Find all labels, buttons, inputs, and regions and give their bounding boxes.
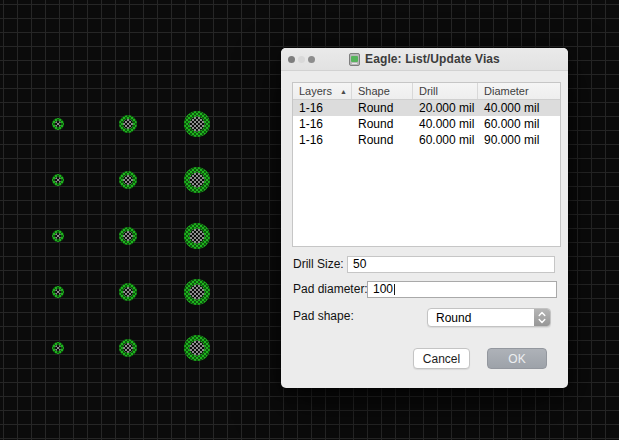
pad-shape-label: Pad shape:	[293, 308, 354, 325]
titlebar[interactable]: Eagle: List/Update Vias	[281, 48, 568, 71]
traffic-lights	[288, 56, 315, 63]
dropdown-stepper-icon	[534, 309, 550, 326]
window-title: Eagle: List/Update Vias	[365, 52, 500, 66]
vias-dialog: Eagle: List/Update Vias Layers ▲ Shape D…	[281, 48, 568, 388]
via[interactable]	[118, 226, 138, 246]
table-header: Layers ▲ Shape Drill Diameter	[293, 83, 560, 100]
via[interactable]	[118, 282, 138, 302]
via[interactable]	[183, 278, 211, 306]
drill-size-input[interactable]: 50	[347, 256, 555, 273]
column-header-drill[interactable]: Drill	[413, 83, 478, 99]
via[interactable]	[183, 334, 211, 362]
via[interactable]	[118, 170, 138, 190]
sort-ascending-icon: ▲	[340, 88, 347, 95]
table-row[interactable]: 1-16 Round 40.000 mil 60.000 mil	[293, 116, 560, 132]
pad-shape-dropdown[interactable]: Round	[427, 308, 551, 327]
zoom-button-icon[interactable]	[308, 56, 315, 63]
column-header-shape[interactable]: Shape	[352, 83, 413, 99]
via[interactable]	[51, 341, 65, 355]
table-row[interactable]: 1-16 Round 60.000 mil 90.000 mil	[293, 132, 560, 148]
via[interactable]	[183, 110, 211, 138]
column-header-layers[interactable]: Layers ▲	[293, 83, 352, 99]
eagle-document-icon	[349, 53, 360, 66]
column-header-diameter[interactable]: Diameter	[478, 83, 560, 99]
pad-diameter-input[interactable]: 100	[367, 281, 557, 298]
drill-size-label: Drill Size:	[293, 256, 344, 273]
vias-table: Layers ▲ Shape Drill Diameter 1-16 Round…	[292, 82, 561, 247]
text-caret	[394, 284, 395, 295]
pad-diameter-label: Pad diameter:	[293, 281, 368, 298]
via[interactable]	[118, 114, 138, 134]
table-row[interactable]: 1-16 Round 20.000 mil 40.000 mil	[293, 100, 560, 116]
via[interactable]	[118, 338, 138, 358]
close-button-icon[interactable]	[288, 56, 295, 63]
minimize-button-icon[interactable]	[298, 56, 305, 63]
via[interactable]	[51, 229, 65, 243]
via[interactable]	[51, 117, 65, 131]
via[interactable]	[51, 285, 65, 299]
via[interactable]	[183, 166, 211, 194]
via[interactable]	[51, 173, 65, 187]
cancel-button[interactable]: Cancel	[413, 348, 470, 369]
ok-button[interactable]: OK	[487, 348, 547, 369]
via[interactable]	[183, 222, 211, 250]
